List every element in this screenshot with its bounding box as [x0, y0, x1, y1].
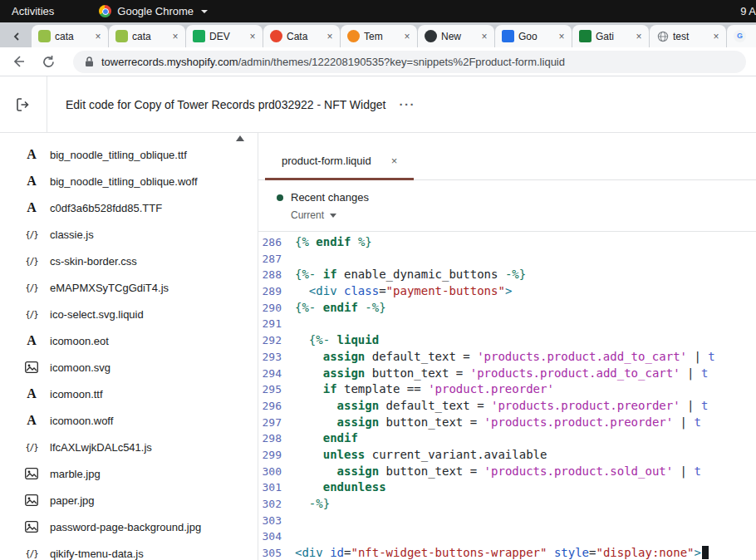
file-item[interactable]: password-page-background.jpg — [0, 513, 258, 540]
browser-tab[interactable]: test× — [650, 25, 726, 47]
line-number: 288 — [258, 267, 291, 283]
image-file-icon — [23, 361, 40, 373]
code-text: assign button_text = 'products.product.s… — [291, 464, 701, 480]
file-item[interactable]: {/}eMAPMXSyTCgGdiT4.js — [0, 274, 258, 301]
code-text: <div id="nft-widget-buttons-wrapper" sty… — [291, 545, 709, 560]
code-file-icon: {/} — [23, 283, 40, 292]
close-icon[interactable]: × — [169, 31, 181, 42]
file-item[interactable]: Aicomoon.ttf — [0, 381, 258, 407]
chrome-logo-icon — [99, 5, 111, 17]
code-file-icon: {/} — [23, 257, 40, 266]
code-text: unless current_variant.available — [291, 447, 547, 464]
code-editor-panel: product-form.liquid × Recent changes Cur… — [258, 133, 756, 560]
close-icon[interactable]: × — [710, 31, 722, 42]
file-name: icomoon.woff — [50, 415, 113, 427]
code-line: 300 assign button_text = 'products.produ… — [258, 464, 756, 480]
code-text: if template == 'product.preorder' — [291, 381, 554, 398]
file-item[interactable]: {/}qikify-tmenu-data.js — [0, 540, 258, 560]
code-line: 290{%- endif -%} — [258, 300, 756, 317]
editor-tab-bar: product-form.liquid × — [258, 144, 756, 180]
browser-tab[interactable]: cata× — [109, 25, 185, 47]
browser-tab[interactable]: Gati× — [572, 25, 649, 47]
version-history-block: Recent changes Current — [258, 180, 756, 231]
file-item[interactable]: Aicomoon.eot — [0, 327, 258, 354]
scroll-up-icon[interactable] — [236, 135, 244, 141]
file-item[interactable]: {/}classie.js — [0, 221, 258, 248]
close-icon[interactable]: × — [391, 155, 398, 167]
close-icon[interactable]: × — [324, 31, 336, 42]
code-file-icon: {/} — [23, 230, 40, 239]
template-icon — [347, 30, 360, 42]
line-number: 298 — [258, 430, 291, 447]
close-icon[interactable]: × — [556, 31, 567, 42]
code-text: {%- endif -%} — [291, 300, 386, 317]
font-file-icon: A — [23, 147, 40, 162]
editor-tab-product-form[interactable]: product-form.liquid × — [265, 144, 414, 180]
exit-code-editor-button[interactable] — [0, 76, 47, 132]
globe-icon — [656, 30, 669, 42]
code-text: -%} — [291, 496, 330, 513]
tab-scroll-left-icon[interactable] — [2, 25, 32, 47]
activities-button[interactable]: Activities — [0, 0, 66, 22]
file-item[interactable]: paper.jpg — [0, 487, 258, 513]
file-item[interactable]: marble.jpg — [0, 460, 258, 487]
chevron-down-icon — [201, 10, 208, 13]
code-text — [291, 251, 295, 268]
editor-tab-label: product-form.liquid — [282, 155, 371, 167]
close-icon[interactable]: × — [479, 31, 490, 42]
url-text: towerrecords.myshopify.com/admin/themes/… — [101, 56, 565, 68]
image-file-icon — [23, 494, 40, 506]
file-name: icomoon.ttf — [50, 388, 103, 400]
file-item[interactable]: Aicomoon.woff — [0, 407, 258, 434]
url-bar[interactable]: towerrecords.myshopify.com/admin/themes/… — [73, 51, 746, 73]
google-icon: G — [734, 30, 746, 42]
file-name: big_noodle_titling_oblique.woff — [50, 175, 198, 188]
clock-status[interactable]: 9 A — [735, 5, 756, 17]
line-number: 286 — [258, 234, 291, 251]
close-icon[interactable]: × — [401, 31, 413, 42]
file-item[interactable]: Abig_noodle_titling_oblique.woff — [0, 168, 258, 194]
close-icon[interactable]: × — [92, 31, 104, 42]
active-app-menu[interactable]: Google Chrome — [99, 5, 208, 17]
lock-icon — [85, 56, 94, 67]
chevron-down-icon — [330, 214, 336, 218]
browser-tab[interactable]: G× — [727, 25, 756, 47]
code-line: 293 assign default_text = 'products.prod… — [258, 349, 756, 366]
line-number: 292 — [258, 332, 291, 349]
file-item[interactable]: icomoon.svg — [0, 354, 258, 381]
browser-tab-label: Goo — [518, 31, 552, 42]
more-actions-button[interactable]: ··· — [399, 97, 415, 111]
version-selector[interactable]: Current — [291, 209, 756, 221]
font-file-icon: A — [23, 413, 40, 428]
file-item[interactable]: {/}lfcAXLwjkDALc541.js — [0, 434, 258, 460]
code-text: assign button_text = 'products.product.a… — [291, 366, 708, 382]
file-item[interactable]: {/}cs-skin-border.css — [0, 248, 258, 274]
browser-tab-label: Tem — [364, 31, 397, 42]
browser-tab[interactable]: DEV× — [186, 25, 263, 47]
font-file-icon: A — [23, 200, 40, 215]
close-icon[interactable]: × — [633, 31, 645, 42]
file-item[interactable]: {/}ico-select.svg.liquid — [0, 301, 258, 327]
editor-content: Abig_noodle_titling_oblique.ttfAbig_nood… — [0, 133, 756, 560]
code-line: 299 unless current_variant.available — [258, 447, 756, 464]
shopify-icon — [115, 30, 128, 42]
browser-tab[interactable]: Goo× — [495, 25, 572, 47]
reload-icon[interactable] — [40, 53, 56, 70]
code-line: 302 -%} — [258, 496, 756, 513]
browser-tab[interactable]: cata× — [32, 25, 108, 47]
file-item[interactable]: Abig_noodle_titling_oblique.ttf — [0, 141, 258, 168]
file-name: c0df3a6b528fdd85.TTF — [50, 202, 162, 214]
back-icon[interactable] — [10, 53, 27, 70]
close-icon[interactable]: × — [247, 31, 258, 42]
code-editor-textarea[interactable]: 286{% endif %}287288{%- if enable_dynami… — [258, 231, 756, 560]
file-item[interactable]: Ac0df3a6b528fdd85.TTF — [0, 194, 258, 221]
browser-tab[interactable]: New× — [418, 25, 494, 47]
shopify-icon — [38, 30, 51, 42]
code-line: 294 assign button_text = 'products.produ… — [258, 366, 756, 382]
browser-tab[interactable]: Tem× — [341, 25, 417, 47]
browser-tab[interactable]: Cata× — [263, 25, 340, 47]
line-number: 287 — [258, 251, 291, 268]
file-name: ico-select.svg.liquid — [50, 308, 144, 321]
browser-tab-label: New — [441, 31, 474, 42]
line-number: 295 — [258, 381, 291, 398]
